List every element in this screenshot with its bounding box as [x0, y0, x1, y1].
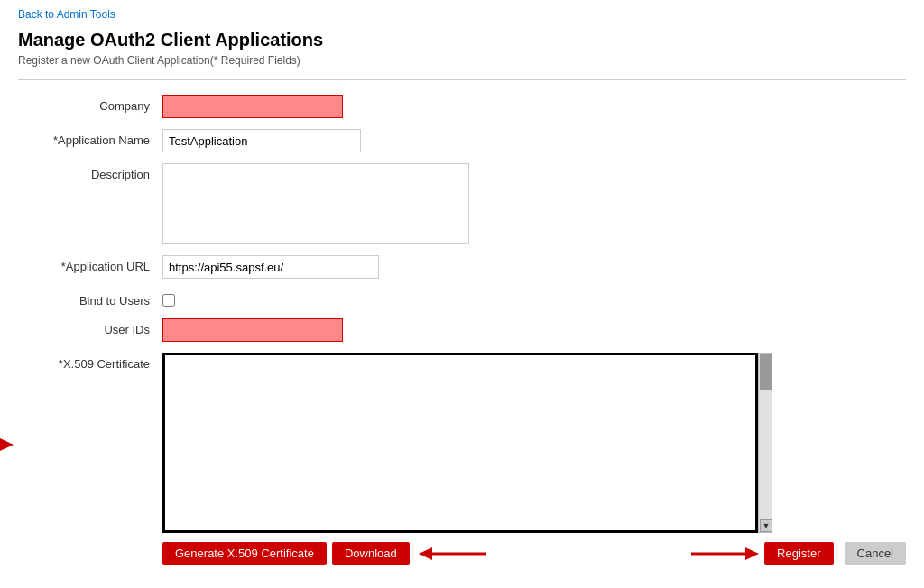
page-wrapper: Back to Admin Tools Manage OAuth2 Client… — [0, 0, 924, 574]
userid-input[interactable] — [162, 318, 343, 342]
userid-row: User IDs — [18, 318, 906, 342]
divider — [18, 79, 906, 80]
appname-row: *Application Name — [18, 129, 906, 152]
cert-input[interactable] — [165, 355, 755, 530]
cert-textarea-wrapper — [162, 353, 758, 533]
bind-checkbox[interactable] — [162, 294, 175, 307]
svg-marker-3 — [419, 547, 432, 560]
url-input[interactable] — [162, 255, 379, 279]
generate-cert-button[interactable]: Generate X.509 Certificate — [162, 542, 327, 565]
cert-scrollbar[interactable]: ▲ ▼ — [758, 353, 772, 533]
company-input[interactable] — [162, 95, 343, 118]
footer-right: Register Cancel — [687, 542, 906, 565]
scrollbar-thumb[interactable] — [760, 354, 772, 390]
description-input[interactable] — [162, 163, 469, 244]
arrow-annotation — [0, 434, 14, 455]
appname-input[interactable] — [162, 129, 361, 152]
company-label: Company — [18, 95, 162, 113]
description-row: Description — [18, 163, 906, 244]
scrollbar-arrow-down[interactable]: ▼ — [760, 519, 772, 532]
svg-marker-5 — [745, 547, 759, 560]
footer-left-arrow — [419, 545, 491, 563]
footer-right-arrow — [687, 545, 759, 563]
footer-arrow-right-icon — [687, 545, 759, 563]
back-link[interactable]: Back to Admin Tools — [18, 8, 116, 21]
page-subtitle: Register a new OAuth Client Application(… — [18, 54, 906, 67]
page-title: Manage OAuth2 Client Applications — [18, 30, 906, 51]
description-label: Description — [18, 163, 162, 181]
cert-row: *X.509 Certificate ▲ ▼ — [18, 353, 906, 533]
download-button[interactable]: Download — [332, 542, 410, 565]
bind-row: Bind to Users — [18, 289, 906, 308]
url-label: *Application URL — [18, 255, 162, 273]
cancel-button[interactable]: Cancel — [845, 542, 906, 565]
url-row: *Application URL — [18, 255, 906, 279]
register-button[interactable]: Register — [764, 542, 833, 565]
bind-label: Bind to Users — [18, 289, 162, 308]
company-row: Company — [18, 95, 906, 118]
appname-label: *Application Name — [18, 129, 162, 147]
cert-outer: ▲ ▼ — [162, 353, 772, 533]
footer-area: Generate X.509 Certificate Download Regi… — [18, 542, 906, 565]
userid-label: User IDs — [18, 318, 162, 336]
svg-marker-1 — [0, 438, 14, 451]
cert-label: *X.509 Certificate — [18, 353, 162, 371]
footer-arrow-left-icon — [419, 545, 491, 563]
form-container: Company *Application Name Description *A… — [18, 95, 906, 533]
arrow-icon — [0, 434, 14, 455]
